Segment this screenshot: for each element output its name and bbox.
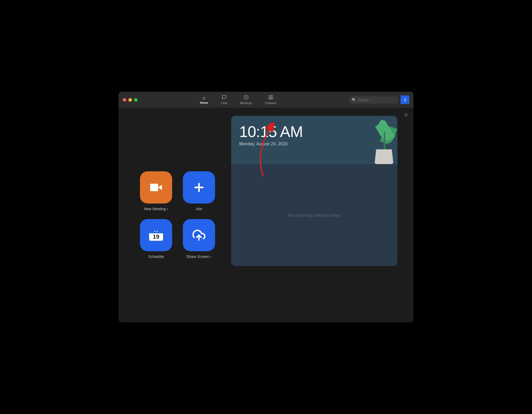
plant-pot: [375, 149, 393, 164]
meetings-section: No upcoming meetings today: [231, 164, 397, 266]
upload-icon: [193, 229, 205, 242]
tab-home[interactable]: ⌂ Home: [194, 94, 215, 106]
tab-chat[interactable]: Chat: [215, 93, 234, 106]
tab-meetings-label: Meetings: [240, 101, 252, 105]
new-meeting-label: New Meeting ▾: [144, 207, 168, 211]
share-screen-label: Share Screen ▾: [186, 254, 212, 259]
new-meeting-button[interactable]: [140, 171, 172, 204]
join-label: Join: [195, 207, 202, 211]
new-meeting-chevron: ▾: [167, 208, 168, 210]
titlebar: ⌂ Home Chat Meetings: [119, 92, 413, 108]
share-screen-item[interactable]: Share Screen ▾: [183, 219, 215, 259]
join-item[interactable]: Join: [183, 171, 215, 211]
time-header: 10:15 AM Monday, August 24, 2020: [231, 116, 397, 164]
tab-contacts[interactable]: Contacts: [258, 93, 283, 106]
meetings-icon: [244, 95, 249, 101]
action-grid: New Meeting ▾ Join: [135, 116, 220, 314]
new-meeting-item[interactable]: New Meeting ▾: [140, 171, 172, 211]
tab-meetings[interactable]: Meetings: [234, 93, 258, 106]
time-widget: 10:15 AM Monday, August 24, 2020 No upco…: [231, 116, 397, 266]
right-panel: 10:15 AM Monday, August 24, 2020 No upco…: [231, 116, 397, 314]
svg-point-2: [270, 96, 271, 98]
header-right: 🔍 J: [350, 95, 409, 104]
search-wrapper: 🔍: [350, 96, 398, 104]
main-nav: ⌂ Home Chat Meetings: [127, 93, 350, 106]
tab-contacts-label: Contacts: [265, 101, 276, 105]
tab-chat-label: Chat: [221, 101, 227, 105]
chat-icon: [222, 95, 227, 101]
time-display: 10:15 AM: [239, 124, 303, 139]
tab-home-label: Home: [200, 101, 208, 104]
avatar[interactable]: J: [401, 95, 409, 104]
close-button[interactable]: [123, 98, 126, 102]
settings-button[interactable]: ⚙: [404, 112, 408, 118]
plant-stem: [384, 132, 385, 151]
zoom-window: ⌂ Home Chat Meetings: [119, 92, 413, 322]
camera-icon: [150, 181, 162, 194]
time-text-area: 10:15 AM Monday, August 24, 2020: [239, 124, 303, 146]
avatar-status: [407, 102, 410, 105]
plant-illustration: [365, 121, 397, 164]
schedule-button[interactable]: 19: [140, 219, 172, 251]
svg-rect-4: [150, 184, 158, 191]
contacts-icon: [268, 95, 273, 101]
plus-icon: [193, 181, 205, 194]
no-meetings-text: No upcoming meetings today: [288, 213, 340, 217]
schedule-label: Schedule: [148, 254, 164, 259]
main-content: ⚙ New Meeting: [119, 108, 413, 322]
share-screen-button[interactable]: [183, 219, 215, 251]
home-icon: ⌂: [202, 95, 205, 100]
share-screen-chevron: ▾: [210, 255, 212, 258]
schedule-item[interactable]: 19 Schedule: [140, 219, 172, 259]
search-input[interactable]: [350, 96, 398, 104]
calendar-icon: 19: [149, 230, 163, 241]
date-display: Monday, August 24, 2020: [239, 142, 303, 146]
join-button[interactable]: [183, 171, 215, 204]
